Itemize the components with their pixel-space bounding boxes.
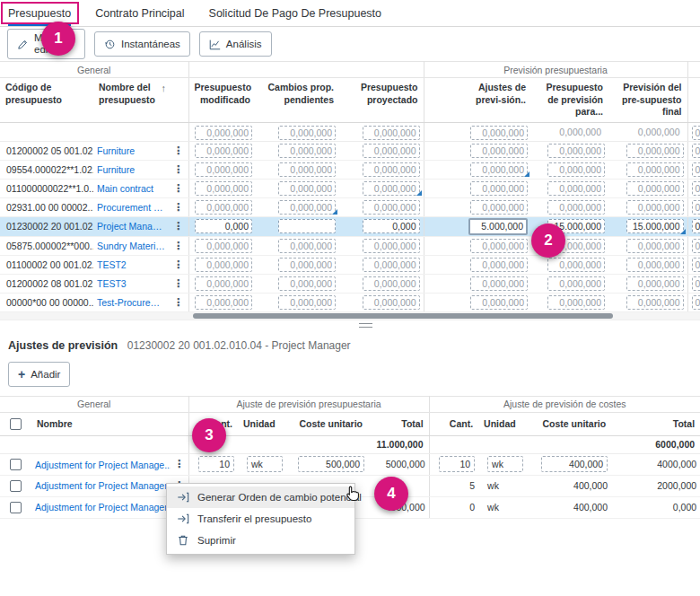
analysis-button[interactable]: Análisis bbox=[199, 31, 272, 57]
add-button[interactable]: + Añadir bbox=[8, 362, 70, 387]
row-checkbox[interactable] bbox=[0, 453, 31, 475]
budget-code-cell: 05875.000002**000... bbox=[0, 236, 93, 255]
menu-item-suprimir[interactable]: Suprimir bbox=[167, 530, 354, 551]
row-overflow-button[interactable]: ⋮ bbox=[169, 160, 188, 179]
snapshots-label: Instantáneas bbox=[121, 39, 180, 49]
budget-row[interactable]: 00000*00 00 00000...Test-Procurement ...… bbox=[0, 293, 700, 311]
budget-row[interactable]: 09554.000022**1.02...Furniture⋮0,000,000… bbox=[0, 160, 700, 179]
column-header-total-budget[interactable]: Total bbox=[368, 412, 429, 435]
column-header-proyectado[interactable]: Presupuesto proyectado bbox=[339, 78, 424, 123]
column-header-unidad-cost[interactable]: Unidad bbox=[478, 412, 530, 435]
row-overflow-button[interactable]: ⋮ bbox=[169, 216, 188, 236]
unit-cell[interactable]: wk bbox=[238, 453, 287, 475]
select-all-checkbox[interactable] bbox=[0, 412, 31, 435]
unit-cell[interactable]: wk bbox=[478, 453, 530, 475]
qty-cell: 5 bbox=[429, 475, 478, 496]
budget-row[interactable]: 01100002 00 001.02...TEST2⋮0,000,0000,00… bbox=[0, 255, 700, 274]
row-checkbox[interactable] bbox=[0, 496, 31, 518]
row-overflow-button[interactable]: ⋮ bbox=[169, 255, 188, 274]
column-header-coste-cost[interactable]: Coste unitario bbox=[530, 412, 611, 435]
budget-name-link[interactable]: TEST3 bbox=[93, 274, 169, 293]
checkbox-icon[interactable] bbox=[10, 459, 22, 470]
panel-splitter[interactable] bbox=[0, 320, 700, 329]
prevision-final-cell[interactable]: 15.000,000 bbox=[608, 216, 687, 236]
budget-name-link[interactable]: Furniture bbox=[93, 160, 169, 179]
row-overflow-button[interactable]: ⋮ bbox=[169, 197, 188, 216]
nombre-header-label: Nombre del presupuesto bbox=[99, 82, 155, 105]
row-overflow-button[interactable]: ⋮ bbox=[169, 236, 188, 255]
budget-name-link[interactable]: Furniture bbox=[93, 141, 169, 160]
row-overflow-button[interactable]: ⋮ bbox=[169, 274, 188, 293]
aggregate-row: 0,000,000 0,000,000 0,000,000 0,000,000 … bbox=[0, 122, 700, 141]
budget-name-link[interactable]: TEST2 bbox=[93, 255, 169, 274]
row-overflow-button[interactable]: ⋮ bbox=[169, 179, 188, 197]
checkbox-icon[interactable] bbox=[10, 502, 22, 513]
modificado-cell[interactable]: 0,000 bbox=[188, 216, 256, 236]
detail-subtitle: 01230002 20 001.02.010.04 - Project Mana… bbox=[127, 339, 351, 352]
column-header-codigo[interactable]: Código de presupuesto bbox=[0, 78, 93, 123]
tab-contrato-principal[interactable]: Contrato Principal bbox=[95, 0, 184, 26]
column-header-unidad-budget[interactable]: Unidad bbox=[238, 412, 287, 435]
checkbox-icon[interactable] bbox=[10, 480, 22, 492]
budget-name-link[interactable]: Project Manager bbox=[93, 216, 169, 236]
column-header-prevision-para[interactable]: Presupuesto de previsión para... bbox=[531, 78, 608, 123]
adjustment-name-link[interactable]: Adjustment for Project Manager 2 bbox=[31, 475, 171, 496]
adjustment-name-link[interactable]: Adjustment for Project Manager 3 bbox=[31, 496, 171, 518]
snapshots-button[interactable]: Instantáneas bbox=[94, 31, 190, 57]
column-header-cant-cost[interactable]: Cant. bbox=[429, 412, 478, 435]
menu-item-label: Transferir el presupuesto bbox=[197, 513, 311, 524]
transfer-budget-icon bbox=[177, 513, 189, 525]
clipped-cell: 0,000,000 bbox=[687, 255, 700, 274]
splitter-grip-icon[interactable] bbox=[359, 323, 372, 328]
menu-item-transferir[interactable]: Transferir el presupuesto bbox=[167, 508, 354, 530]
prevision-para-cell: 0,000,000 bbox=[531, 179, 608, 197]
ajustes-cell[interactable]: 5.000,000 bbox=[424, 216, 531, 236]
budget-name-link[interactable]: Test-Procurement ... bbox=[93, 293, 169, 311]
qty-cell[interactable]: 10 bbox=[429, 453, 478, 475]
proyectado-cell[interactable]: 0,000 bbox=[339, 216, 424, 236]
tab-solicitud-pago[interactable]: Solicitud De Pago De Presupuesto bbox=[209, 0, 381, 26]
filter-modificado-input[interactable]: 0,000,000 bbox=[195, 126, 252, 140]
horizontal-scrollbar[interactable] bbox=[0, 312, 700, 320]
budget-name-link[interactable]: Main contract bbox=[93, 179, 169, 197]
budget-name-link[interactable]: Sundry Materials bbox=[93, 236, 169, 255]
column-header-cambios[interactable]: Cambios prop. pendientes bbox=[256, 78, 339, 123]
row-overflow-button[interactable]: ⋮ bbox=[169, 293, 188, 311]
proyectado-cell: 0,000,000 bbox=[339, 197, 424, 216]
column-header-coste-budget[interactable]: Coste unitario bbox=[287, 412, 368, 435]
budget-row[interactable]: 05875.000002**000...Sundry Materials⋮0,0… bbox=[0, 236, 700, 255]
column-header-nombre[interactable]: Nombre del presupuesto↑ bbox=[93, 78, 169, 123]
column-header-ajustes[interactable]: Ajustes de previ-sión.. bbox=[424, 78, 531, 123]
filter-proyectado-input[interactable]: 0,000,000 bbox=[363, 126, 420, 140]
detail-header: Ajustes de previsión 01230002 20 001.02.… bbox=[0, 329, 700, 355]
clipped-cell: 0,000,000 bbox=[687, 141, 700, 160]
unit-cost-cell[interactable]: 400,000 bbox=[530, 453, 611, 475]
column-header-modificado[interactable]: Presupuesto modificado bbox=[188, 78, 256, 123]
adjustment-name-link[interactable]: Adjustment for Project Manage... bbox=[31, 453, 171, 475]
filter-ajustes-input[interactable]: 0,000,000 bbox=[470, 126, 528, 140]
budget-row[interactable]: 01230002 20 001.02...Project Manager⋮0,0… bbox=[0, 216, 700, 236]
prevision-para-cell: 0,000,000 bbox=[531, 255, 608, 274]
budget-row[interactable]: 01200002 05 001.02...Furniture⋮0,000,000… bbox=[0, 141, 700, 160]
qty-cell[interactable]: 10 bbox=[188, 453, 238, 475]
budget-table: General Previsión presupuestaria Código … bbox=[0, 61, 700, 312]
budget-app: Presupuesto Contrato Principal Solicitud… bbox=[0, 0, 700, 596]
budget-name-link[interactable]: Procurement and C... bbox=[93, 197, 169, 216]
unit-cost-cell[interactable]: 500,000 bbox=[287, 453, 368, 475]
filter-cambios-input[interactable]: 0,000,000 bbox=[278, 126, 336, 140]
scrollbar-thumb[interactable] bbox=[193, 313, 613, 319]
modificado-cell: 0,000,000 bbox=[188, 236, 256, 255]
checkbox-icon[interactable] bbox=[10, 418, 22, 430]
row-overflow-button[interactable]: ⋮ bbox=[171, 453, 188, 475]
budget-row[interactable]: 01200002 08 001.02...TEST3⋮0,000,0000,00… bbox=[0, 274, 700, 293]
column-header-nombre-adj[interactable]: Nombre bbox=[31, 412, 171, 435]
budget-row[interactable]: 02931.00 00 00002...Procurement and C...… bbox=[0, 197, 700, 216]
row-checkbox[interactable] bbox=[0, 475, 31, 496]
menu-item-generar-orden[interactable]: Generar Orden de cambio potencial bbox=[167, 486, 354, 508]
budget-row[interactable]: 011000000022**1.0...Main contract⋮0,000,… bbox=[0, 179, 700, 197]
cambios-cell[interactable] bbox=[256, 216, 339, 236]
column-header-total-cost[interactable]: Total bbox=[611, 412, 700, 435]
cambios-cell: 0,000,000 bbox=[256, 274, 339, 293]
row-overflow-button[interactable]: ⋮ bbox=[169, 141, 188, 160]
column-header-prevision-final[interactable]: Previsión del pre-supuesto final bbox=[608, 78, 687, 123]
